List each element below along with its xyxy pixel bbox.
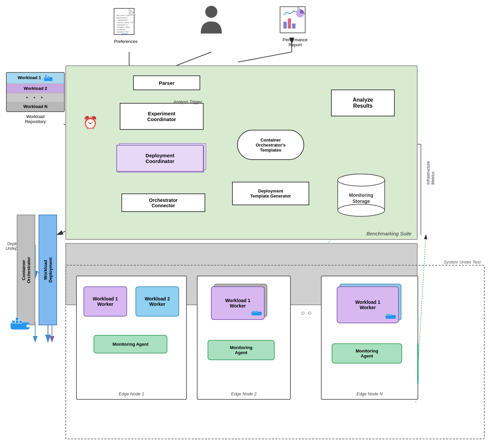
workload-deployment-side: Workload Deployment	[39, 215, 57, 325]
svg-text:- experiment:: - experiment:	[116, 19, 128, 21]
svg-rect-80	[388, 314, 390, 316]
svg-rect-52	[47, 76, 49, 78]
svg-point-59	[338, 174, 385, 186]
svg-point-67	[26, 324, 30, 327]
yaml-label: Preferences	[107, 39, 144, 44]
edge-node-1: Workload 1 Worker Workload 2 Worker Moni…	[76, 276, 187, 400]
person-svg-icon	[196, 3, 226, 34]
svg-rect-66	[16, 317, 19, 320]
svg-rect-63	[12, 320, 15, 323]
svg-text:duration:"10m": duration:"10m"	[117, 26, 130, 28]
teal-connector	[417, 343, 419, 384]
performance-report: Performance Report	[273, 5, 317, 47]
diagram-container: idle_time: "2m" experiments: - experimen…	[0, 0, 493, 448]
workload-n-item: Workload N	[7, 102, 64, 111]
yaml-svg-icon: idle_time: "2m" experiments: - experimen…	[112, 7, 139, 37]
svg-text:experiments:: experiments:	[116, 17, 128, 19]
analyze-results-box: Analyze Results	[331, 90, 395, 116]
edge-node-n: Workload 1 Worker Monitoring Agent Edge …	[321, 276, 418, 400]
edge-node-1-label: Edge Node 1	[77, 389, 186, 396]
svg-text:.yaml: .yaml	[121, 33, 127, 36]
monitoring-agent-node2: Monitoring Agent	[208, 340, 275, 360]
deployment-coordinator-box: Deployment Coordinator	[116, 145, 204, 172]
workload-dots: • • •	[7, 93, 64, 102]
edge-node-2-label: Edge Node 2	[198, 389, 290, 396]
svg-rect-48	[292, 23, 295, 29]
monitoring-storage-svg: Monitoring Storage	[334, 173, 388, 217]
svg-line-7	[238, 52, 292, 62]
performance-report-label: Performance Report	[273, 37, 317, 47]
svg-rect-64	[16, 320, 19, 323]
svg-point-58	[338, 204, 385, 216]
workload-repository-label: Workload Repository	[6, 114, 65, 124]
svg-rect-53	[45, 75, 47, 77]
system-under-test-box: System Under Test Workload 1 Worker Work…	[65, 265, 485, 439]
monitoring-agent-nodeN: Monitoring Agent	[332, 343, 402, 363]
monitoring-agent-node1: Monitoring Agent	[94, 335, 167, 353]
workload-repository: Workload 1 Workload 2 • • • Workload N W…	[6, 72, 65, 124]
svg-rect-47	[288, 18, 291, 29]
workload-1-worker-node1: Workload 1 Worker	[84, 286, 127, 317]
svg-text:idle_time: "2m": idle_time: "2m"	[116, 14, 130, 16]
svg-text:repetition: 3: repetition: 3	[117, 24, 128, 26]
workload-2-item: Workload 2	[7, 84, 64, 93]
benchmarking-suite-label: Benchmarking Suite	[367, 231, 412, 236]
svg-text:Monitoring: Monitoring	[349, 192, 373, 198]
svg-rect-81	[390, 314, 392, 316]
docker-icon-node2	[251, 309, 262, 317]
workload-1-worker-node2: Workload 1 Worker	[211, 286, 265, 320]
svg-rect-76	[254, 311, 256, 312]
container-orch-templates-box: Container Orchestrator's Templates	[237, 130, 304, 160]
svg-rect-75	[252, 311, 254, 312]
workload-2-worker-node1: Workload 2 Worker	[135, 286, 179, 317]
workload-1-worker-nodeN: Workload 1 Worker	[337, 286, 399, 323]
svg-rect-65	[19, 320, 22, 323]
benchmarking-suite-box: Benchmarking Suite Parser Experiment Coo…	[65, 65, 418, 240]
svg-text:record_name: "ml": record_name: "ml"	[117, 21, 133, 23]
docker-icon-nodeN	[385, 313, 396, 321]
experiment-coordinator-box: Experiment Coordinator	[120, 103, 204, 130]
analysis-trigger-label: Analysis Trigger	[173, 100, 202, 104]
infrastructure-metrics-label: Infrastructure Metrics	[426, 161, 435, 185]
clock-icon: ⏰	[83, 116, 98, 130]
docker-icon-1	[44, 75, 53, 81]
edge-node-2: Workload 1 Worker Monitoring Agent Edge …	[197, 276, 291, 400]
parser-box: Parser	[133, 75, 200, 90]
container-orchestrator-side: Container Orchestrator	[17, 215, 35, 325]
svg-rect-79	[386, 314, 388, 316]
docker-icon-bottom	[10, 317, 30, 335]
svg-text:Storage: Storage	[352, 199, 370, 204]
workload-1-item: Workload 1	[7, 73, 64, 84]
svg-rect-46	[283, 22, 287, 29]
yaml-document: idle_time: "2m" experiments: - experimen…	[107, 7, 144, 44]
user-figure	[191, 3, 231, 35]
docker-whale-icon	[10, 317, 30, 332]
node-dots-separator: ○○	[301, 309, 314, 317]
report-svg-icon	[278, 5, 312, 35]
deployment-template-gen-box: Deployment Template Generator	[232, 182, 309, 205]
system-under-test-label: System Under Test	[444, 260, 481, 265]
monitoring-storage-box: Monitoring Storage	[334, 173, 388, 217]
edge-node-n-label: Edge Node N	[322, 389, 418, 396]
svg-text:workload:: workload:	[117, 29, 126, 31]
orchestrator-connector-box: Orchestrator Connector	[121, 193, 205, 212]
svg-rect-77	[256, 311, 258, 312]
svg-point-43	[205, 6, 217, 18]
